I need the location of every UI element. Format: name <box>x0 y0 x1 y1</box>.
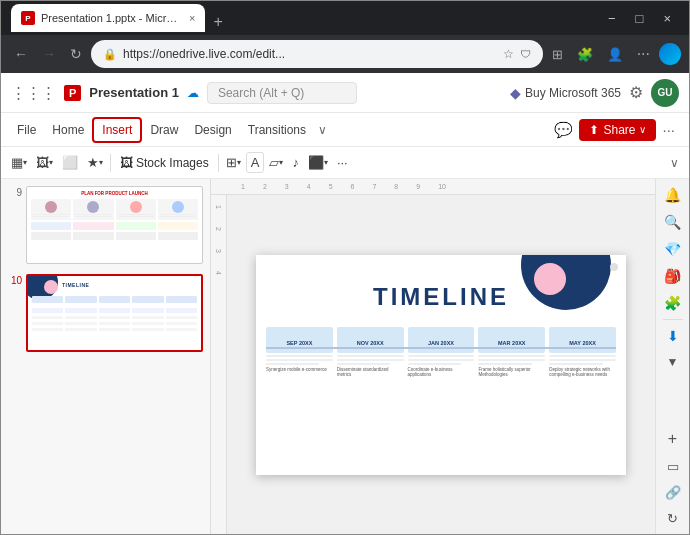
slide-9-cell-2 <box>73 199 113 220</box>
profile-button[interactable]: 👤 <box>602 44 628 65</box>
sidebar-download-button[interactable]: ⬇ <box>664 325 682 347</box>
stock-images-button[interactable]: 🖼 Stock Images <box>114 153 215 172</box>
forward-button[interactable]: → <box>37 43 61 65</box>
sidebar-refresh-button[interactable]: ↻ <box>664 508 681 529</box>
avatar[interactable]: GU <box>651 79 679 107</box>
tab-search-button[interactable]: ⊞ <box>547 44 568 65</box>
toolbar-sep-2 <box>218 154 219 172</box>
audio-button[interactable]: ♪ <box>288 153 303 172</box>
slide-panel: 9 PLAN FOR PRODUCT LAUNCH <box>1 179 211 534</box>
desc-col-0: Synergize mobile e-commerce <box>266 355 333 379</box>
back-button[interactable]: ← <box>9 43 33 65</box>
address-bar-row: ← → ↻ 🔒 https://onedrive.live.com/edit..… <box>1 35 689 73</box>
share-icon: ⬆ <box>589 123 599 137</box>
win-maximize-button[interactable]: □ <box>628 9 652 28</box>
ribbon-tabs: File Home Insert Draw Design Transitions… <box>1 113 689 147</box>
slide-9-cell-1 <box>31 199 71 220</box>
tab-transitions[interactable]: Transitions <box>240 117 314 143</box>
slide-item-10[interactable]: 10 TIMELINE <box>5 271 206 355</box>
grid-apps-button[interactable]: ⋮⋮⋮ <box>11 84 56 102</box>
slide-item-9[interactable]: 9 PLAN FOR PRODUCT LAUNCH <box>5 183 206 267</box>
slide-number-10: 10 <box>8 276 22 286</box>
office-logo: P <box>64 85 81 101</box>
window-controls: − □ × <box>600 9 679 28</box>
tab-more-dropdown[interactable]: ∨ <box>314 117 331 143</box>
sidebar-arrowdown-button[interactable]: ▼ <box>664 352 682 372</box>
search-box[interactable]: Search (Alt + Q) <box>207 82 357 104</box>
tab-bar: P Presentation 1.pptx - Microsoft P... ×… <box>11 4 592 32</box>
stock-images-label: Stock Images <box>136 156 209 170</box>
sidebar-puzzle-button[interactable]: 🧩 <box>661 292 684 314</box>
tab-insert[interactable]: Insert <box>92 117 142 143</box>
timeline-desc-row: Synergize mobile e-commerce Disseminate … <box>266 355 616 379</box>
video-button[interactable]: ⬛▾ <box>304 153 332 172</box>
sidebar-link-button[interactable]: 🔗 <box>662 482 684 503</box>
sidebar-gem-button[interactable]: 💎 <box>661 238 684 260</box>
new-tab-button[interactable]: + <box>205 12 230 32</box>
textbox-button[interactable]: A <box>246 152 265 173</box>
sidebar-plus-button[interactable]: + <box>665 427 680 451</box>
cloud-icon[interactable]: ☁ <box>187 86 199 100</box>
insert-image-button[interactable]: 🖼▾ <box>32 153 57 172</box>
win-close-button[interactable]: × <box>655 9 679 28</box>
star-icon[interactable]: ☆ <box>503 47 514 61</box>
slide-9-cell-3 <box>116 199 156 220</box>
slide-canvas-area: TIMELINE SEP 20XX NOV 20XX JAN <box>227 195 655 534</box>
insert-shapes-button[interactable]: ⬜ <box>58 153 82 172</box>
win-minimize-button[interactable]: − <box>600 9 624 28</box>
desc-col-1: Disseminate standardized metrics <box>337 355 404 379</box>
slide-thumb-10[interactable]: TIMELINE <box>26 274 203 352</box>
sidebar-sep <box>663 319 683 320</box>
month-block-2: JAN 20XX <box>408 327 475 353</box>
slide-canvas[interactable]: TIMELINE SEP 20XX NOV 20XX JAN <box>256 255 626 475</box>
smartart-button[interactable]: ⊞▾ <box>222 153 245 172</box>
timeline-months-row: SEP 20XX NOV 20XX JAN 20XX MAR 20XX <box>266 327 616 353</box>
slide-corner-indicator <box>610 263 618 271</box>
extensions-button[interactable]: 🧩 <box>572 44 598 65</box>
sidebar-bell-button[interactable]: 🔔 <box>661 184 684 206</box>
month-block-0: SEP 20XX <box>266 327 333 353</box>
sidebar-search-button[interactable]: 🔍 <box>661 211 684 233</box>
settings-button[interactable]: ⚙ <box>629 83 643 102</box>
ms365-label: Buy Microsoft 365 <box>525 86 621 100</box>
browser-tab-active[interactable]: P Presentation 1.pptx - Microsoft P... × <box>11 4 205 32</box>
insert-icons-button[interactable]: ★▾ <box>83 153 107 172</box>
slide-number-9: 9 <box>8 188 22 198</box>
ribbon-more-button[interactable]: ··· <box>656 117 681 142</box>
desc-col-2: Coordinate e-business applications <box>408 355 475 379</box>
edge-logo <box>659 43 681 65</box>
share-dropdown-icon: ∨ <box>639 124 646 135</box>
ms365-btn[interactable]: ◆ Buy Microsoft 365 <box>510 85 621 101</box>
insert-table-button[interactable]: ▦▾ <box>7 153 31 172</box>
comment-button[interactable]: 💬 <box>548 117 579 143</box>
main-area: 9 PLAN FOR PRODUCT LAUNCH <box>1 179 689 534</box>
diamond-icon: ◆ <box>510 85 521 101</box>
month-block-1: NOV 20XX <box>337 327 404 353</box>
share-button[interactable]: ⬆ Share ∨ <box>579 119 656 141</box>
slide-thumb-9[interactable]: PLAN FOR PRODUCT LAUNCH <box>26 186 203 264</box>
toolbar-expand-button[interactable]: ∨ <box>666 154 683 172</box>
tab-draw[interactable]: Draw <box>142 117 186 143</box>
v-ruler: 1 2 3 4 <box>211 195 227 534</box>
desc-col-4: Deploy strategic networks with compellin… <box>549 355 616 379</box>
app-header: ⋮⋮⋮ P Presentation 1 ☁ Search (Alt + Q) … <box>1 73 689 113</box>
sidebar-bag-button[interactable]: 🎒 <box>661 265 684 287</box>
tab-title: Presentation 1.pptx - Microsoft P... <box>41 12 181 24</box>
sidebar-rect-button[interactable]: ▭ <box>664 456 682 477</box>
desc-col-3: Frame holistically superior Methodologie… <box>478 355 545 379</box>
right-sidebar: 🔔 🔍 💎 🎒 🧩 ⬇ ▼ + ▭ 🔗 ↻ <box>655 179 689 534</box>
address-text: https://onedrive.live.com/edit... <box>123 47 497 61</box>
tab-file[interactable]: File <box>9 117 44 143</box>
browser-window: P Presentation 1.pptx - Microsoft P... ×… <box>0 0 690 535</box>
address-bar[interactable]: 🔒 https://onedrive.live.com/edit... ☆ 🛡 <box>91 40 543 68</box>
tab-close-icon[interactable]: × <box>189 12 195 24</box>
doc-title: Presentation 1 <box>89 85 179 100</box>
reload-button[interactable]: ↻ <box>65 43 87 65</box>
slide-9-title: PLAN FOR PRODUCT LAUNCH <box>31 191 198 196</box>
toolbar-more-button[interactable]: ··· <box>333 153 352 172</box>
browser-more-button[interactable]: ··· <box>632 42 655 66</box>
tab-design[interactable]: Design <box>186 117 239 143</box>
toolbar-sep-1 <box>110 154 111 172</box>
shapes2-button[interactable]: ▱▾ <box>265 153 287 172</box>
tab-home[interactable]: Home <box>44 117 92 143</box>
